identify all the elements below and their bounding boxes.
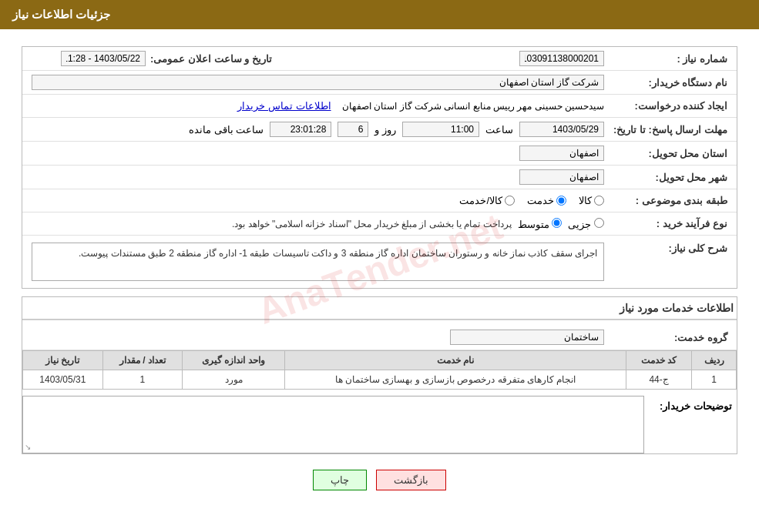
process-type-row: جزیی متوسط پرداخت تمام یا بخشی از مبلغ خ… xyxy=(32,218,604,230)
buyer-org-row: نام دستگاه خریدار: xyxy=(22,71,737,95)
cell-code: ج-44 xyxy=(626,370,692,390)
category-value-cell: کالا خدمت کالا/خدمت xyxy=(27,193,609,208)
contact-link[interactable]: اطلاعات تماس خریدار xyxy=(237,100,331,112)
need-number-value-cell xyxy=(277,49,609,68)
col-name: نام خدمت xyxy=(284,351,626,370)
category-kala-text: کالا xyxy=(579,195,592,206)
remaining-label: ساعت باقی مانده xyxy=(189,124,264,136)
col-date: تاریخ نیاز xyxy=(23,351,103,370)
process-label: نوع فرآیند خرید : xyxy=(609,218,732,229)
table-row: 1ج-44انجام کارهای متفرقه درخصوص بازسازی … xyxy=(23,370,737,390)
category-row: طبقه بندی موضوعی : کالا خدمت xyxy=(22,189,737,212)
category-khadamat-label[interactable]: خدمت xyxy=(527,195,566,206)
province-value-cell xyxy=(27,144,609,162)
cell-row: 1 xyxy=(692,370,737,390)
city-value-cell xyxy=(27,168,609,186)
requester-label: ایجاد کننده درخواست: xyxy=(609,100,732,112)
desc-box: اجرای سقف کاذب نماز خانه و رستوران ساختم… xyxy=(32,243,604,281)
category-kala-label[interactable]: کالا xyxy=(579,195,604,206)
category-kala-khadamat-text: کالا/خدمت xyxy=(459,195,502,206)
category-kala-khadamat-radio[interactable] xyxy=(505,196,515,206)
buyer-org-input[interactable] xyxy=(32,75,604,90)
send-days-label: روز و xyxy=(374,124,396,136)
page-wrapper: جزئیات اطلاعات نیاز AnaТender.net شماره … xyxy=(0,0,759,532)
announce-input[interactable] xyxy=(61,51,146,66)
process-jozvi-radio[interactable] xyxy=(594,218,604,228)
desc-row: شرح کلی نیاز: اجرای سقف کاذب نماز خانه و… xyxy=(22,236,737,288)
services-table: ردیف کد خدمت نام خدمت واحد اندازه گیری ت… xyxy=(22,350,737,390)
category-khadamat-text: خدمت xyxy=(527,195,554,206)
category-radio-group: کالا خدمت کالا/خدمت xyxy=(32,195,604,206)
col-row: ردیف xyxy=(692,351,737,370)
process-note: پرداخت تمام یا بخشی از مبلغ خریدار محل "… xyxy=(232,219,512,229)
main-border: شماره نیاز : تاریخ و ساعت اعلان عمومی: ن… xyxy=(22,46,737,289)
buyer-org-value-cell xyxy=(27,73,609,92)
requester-value-cell: سیدحسین حسینی مهر رییس منابع انسانی شرکت… xyxy=(27,99,609,113)
category-label: طبقه بندی موضوعی : xyxy=(609,195,732,206)
header-title: جزئیات اطلاعات نیاز xyxy=(12,8,110,21)
province-input[interactable] xyxy=(519,146,604,161)
process-motaset-label[interactable]: متوسط xyxy=(518,218,563,230)
send-deadline-label: مهلت ارسال پاسخ: تا تاریخ: xyxy=(609,124,732,136)
cell-name: انجام کارهای متفرقه درخصوص بازسازی و بهس… xyxy=(284,370,626,390)
col-unit: واحد اندازه گیری xyxy=(183,351,285,370)
col-qty: تعداد / مقدار xyxy=(102,351,183,370)
send-deadline-row: مهلت ارسال پاسخ: تا تاریخ: ساعت روز و سا… xyxy=(22,118,737,142)
content-area: AnaТender.net شماره نیاز : تاریخ و ساعت … xyxy=(0,29,759,507)
city-label: شهر محل تحویل: xyxy=(609,172,732,183)
page-header: جزئیات اطلاعات نیاز xyxy=(0,0,759,29)
table-header-row: ردیف کد خدمت نام خدمت واحد اندازه گیری ت… xyxy=(23,351,737,370)
desc-value-cell: اجرای سقف کاذب نماز خانه و رستوران ساختم… xyxy=(27,238,609,286)
city-row: شهر محل تحویل: xyxy=(22,166,737,189)
buttons-row: بازگشت چاپ xyxy=(14,459,745,498)
send-time-input[interactable] xyxy=(402,122,479,137)
cell-qty: 1 xyxy=(102,370,183,390)
desc-label: شرح کلی نیاز: xyxy=(609,238,732,254)
send-days-input[interactable] xyxy=(338,122,368,137)
desc-text: اجرای سقف کاذب نماز خانه و رستوران ساختم… xyxy=(79,248,597,259)
resize-icon: ↘ xyxy=(25,443,31,451)
services-section: اطلاعات خدمات مورد نیاز گروه خدمت: ردیف … xyxy=(22,296,737,454)
print-button[interactable]: چاپ xyxy=(313,470,367,490)
buyer-org-label: نام دستگاه خریدار: xyxy=(609,77,732,89)
cell-date: 1403/05/31 xyxy=(23,370,103,390)
process-jozvi-label[interactable]: جزیی xyxy=(568,218,604,230)
process-value-cell: جزیی متوسط پرداخت تمام یا بخشی از مبلغ خ… xyxy=(27,216,609,232)
province-label: استان محل تحویل: xyxy=(609,148,732,159)
requester-value: سیدحسین حسینی مهر رییس منابع انسانی شرکت… xyxy=(342,101,604,112)
need-number-row: شماره نیاز : تاریخ و ساعت اعلان عمومی: xyxy=(22,47,737,71)
process-motaset-text: متوسط xyxy=(518,219,549,230)
group-row: گروه خدمت: xyxy=(22,325,737,350)
process-row: نوع فرآیند خرید : جزیی متوسط پرداخت تمام… xyxy=(22,212,737,236)
send-time-label: ساعت xyxy=(485,124,513,136)
col-code: کد خدمت xyxy=(626,351,692,370)
announce-value-cell xyxy=(27,49,150,68)
send-date-input[interactable] xyxy=(519,122,604,137)
remaining-time-input[interactable] xyxy=(270,122,331,137)
back-button[interactable]: بازگشت xyxy=(376,470,446,490)
need-number-label: شماره نیاز : xyxy=(609,53,732,65)
process-motaset-radio[interactable] xyxy=(552,218,562,228)
category-kala-radio[interactable] xyxy=(594,196,604,206)
city-input[interactable] xyxy=(519,169,604,185)
requester-row: ایجاد کننده درخواست: سیدحسین حسینی مهر ر… xyxy=(22,95,737,118)
announce-label: تاریخ و ساعت اعلان عمومی: xyxy=(150,53,277,65)
services-title: اطلاعات خدمات مورد نیاز xyxy=(22,297,737,320)
need-number-input[interactable] xyxy=(519,51,604,66)
process-jozvi-text: جزیی xyxy=(568,219,591,230)
province-row: استان محل تحویل: xyxy=(22,142,737,166)
cell-unit: مورد xyxy=(183,370,285,390)
category-khadamat-radio[interactable] xyxy=(556,196,566,206)
buyer-desc-section: توضیحات خریدار: ↘ xyxy=(22,396,737,453)
group-label: گروه خدمت: xyxy=(609,332,732,343)
send-deadline-value-cell: ساعت روز و ساعت باقی مانده xyxy=(27,120,609,139)
group-input[interactable] xyxy=(450,330,604,345)
buyer-notes-textarea[interactable] xyxy=(23,396,643,450)
group-value-cell xyxy=(27,328,609,346)
buyer-notes-label: توضیحات خریدار: xyxy=(644,396,737,417)
category-kala-khadamat-label[interactable]: کالا/خدمت xyxy=(459,195,515,206)
buyer-desc-area: ↘ xyxy=(22,396,644,453)
